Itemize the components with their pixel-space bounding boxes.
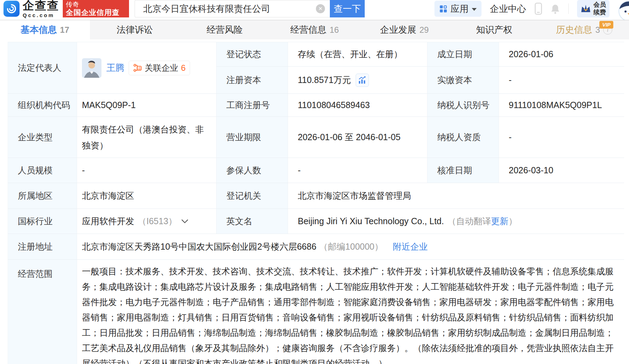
- crown-icon: [581, 4, 591, 13]
- industry-expand-chevron-icon[interactable]: [181, 219, 188, 223]
- reg-status-label: 登记状态: [217, 42, 288, 66]
- capital-trend-chart-icon[interactable]: [356, 74, 369, 87]
- notifications-bell-icon[interactable]: [551, 4, 560, 14]
- qcc-brand-text: 企查查 Qcc.com: [23, 0, 59, 18]
- tab-basic-info[interactable]: 基本信息17: [0, 20, 90, 39]
- search-button[interactable]: 查一下: [330, 0, 365, 17]
- tab-company-development[interactable]: 企业发展29: [359, 20, 449, 39]
- table-row: 法定代表人 王腾: [8, 42, 624, 94]
- insured-count-label: 参保人数: [217, 158, 288, 183]
- company-type-label: 企业类型: [8, 117, 77, 158]
- reg-authority-label: 登记机关: [217, 183, 288, 208]
- region-label: 所属地区: [8, 183, 77, 208]
- reg-capital-label: 注册资本: [217, 67, 288, 93]
- mascot-helper-icon[interactable]: [618, 0, 629, 22]
- table-row: 经营范围 一般项目：技术服务、技术开发、技术咨询、技术交流、技术转让、技术推广；…: [8, 260, 624, 364]
- table-row: 组织机构代码 MAK5Q09P-1 工商注册号 110108046589463 …: [8, 94, 624, 117]
- taxpayer-id-value: 91110108MAK5Q09P1L: [499, 94, 624, 116]
- header-right-nav: 应用 企业中心: [434, 0, 629, 17]
- qcc-logo[interactable]: 企查查 Qcc.com: [3, 0, 59, 17]
- search-bar: 北京今日宜休科技有限责任公司 ✕ 查一下: [135, 0, 365, 17]
- auto-translate-note-close: ）: [508, 215, 517, 227]
- table-row: 注册地址 北京市海淀区天秀路10号中国农大国际创业园2号楼六层6686 （邮编1…: [8, 234, 624, 260]
- table-row: 国标行业 应用软件开发 （I6513） 英文名 Beijing Jiri Yi …: [8, 209, 624, 234]
- address-cell: 北京市海淀区天秀路10号中国农大国际创业园2号楼六层6686 （邮编100000…: [77, 234, 624, 259]
- business-scope-value: 一般项目：技术服务、技术开发、技术咨询、技术交流、技术转让、技术推广；软件开发；…: [77, 260, 624, 364]
- section-tabbar: 基本信息17 法律诉讼 经营风险 经营信息16 企业发展29 知识产权 历史信息…: [0, 20, 629, 39]
- tab-operating-risk[interactable]: 经营风险: [180, 20, 270, 39]
- table-row: 企业类型 有限责任公司（港澳台投资、非独资） 营业期限 2026-01-06 至…: [8, 117, 624, 158]
- reg-authority-value: 北京市海淀区市场监督管理局: [288, 183, 624, 208]
- taxpayer-id-label: 纳税人识别号: [427, 94, 499, 116]
- brand-domain: Qcc.com: [23, 12, 59, 18]
- reg-capital-cell: 110.8571万元: [288, 67, 427, 93]
- paid-capital-value: -: [499, 67, 624, 93]
- company-type-value: 有限责任公司（港澳台投资、非独资）: [77, 117, 217, 158]
- org-code-value: MAK5Q09P-1: [77, 94, 217, 116]
- address-label: 注册地址: [8, 234, 77, 259]
- tab-legal-litigation[interactable]: 法律诉讼: [90, 20, 180, 39]
- auto-translate-note: （自动翻译: [447, 215, 491, 227]
- top-header: 企查查 Qcc.com 传奇 全国企业信用查询 北京今日宜休科技有限责任公司 ✕…: [0, 0, 629, 20]
- establish-date-label: 成立日期: [427, 42, 499, 66]
- reg-capital-value: 110.8571万元: [298, 74, 351, 86]
- business-term-value: 2026-01-06 至 2046-01-05: [288, 117, 427, 158]
- search-input[interactable]: 北京今日宜休科技有限责任公司 ✕: [135, 0, 330, 17]
- related-companies-label: 关联企业: [145, 62, 178, 74]
- vip-renew-button[interactable]: 会员 续费: [577, 0, 609, 17]
- search-input-value: 北京今日宜休科技有限责任公司: [143, 3, 316, 15]
- english-name-value: Beijing Jiri Yi Xiu Technology Co., Ltd.: [298, 216, 444, 226]
- related-companies-count: 6: [181, 63, 185, 73]
- apps-menu[interactable]: 应用: [434, 1, 482, 17]
- business-scope-label: 经营范围: [8, 260, 77, 364]
- qcc-logo-icon: [3, 1, 20, 17]
- apps-label: 应用: [450, 3, 469, 15]
- legal-rep-avatar[interactable]: [82, 58, 101, 78]
- table-row: 所属地区 北京市海淀区 登记机关 北京市海淀区市场监督管理局: [8, 183, 624, 209]
- table-subrow: 登记状态 存续（在营、开业、在册） 成立日期 2026-01-06: [217, 42, 624, 67]
- taxpayer-quality-value: -: [499, 117, 624, 158]
- translate-update-link[interactable]: 更新: [491, 215, 508, 227]
- nearby-companies-link[interactable]: 附近企业: [393, 241, 428, 252]
- paid-capital-label: 实缴资本: [427, 67, 499, 93]
- reg-status-value: 存续（在营、开业、在册）: [288, 42, 427, 66]
- english-name-label: 英文名: [217, 209, 288, 234]
- region-value: 北京市海淀区: [77, 183, 217, 208]
- reg-number-label: 工商注册号: [217, 94, 288, 116]
- industry-cell: 应用软件开发 （I6513）: [77, 209, 217, 234]
- qcc-company-page: 企查查 Qcc.com 传奇 全国企业信用查询 北京今日宜休科技有限责任公司 ✕…: [0, 0, 629, 364]
- row1-right-stack: 登记状态 存续（在营、开业、在册） 成立日期 2026-01-06 注册资本 1…: [217, 42, 624, 93]
- clear-search-icon[interactable]: ✕: [316, 4, 325, 13]
- staff-size-value: -: [77, 158, 217, 183]
- establish-date-value: 2026-01-06: [499, 42, 624, 66]
- table-subrow: 注册资本 110.8571万元: [217, 67, 624, 93]
- company-info-table: 法定代表人 王腾: [8, 42, 624, 364]
- related-companies-icon: 企: [133, 63, 142, 72]
- tab-history-info[interactable]: 历史信息3 i VIP: [539, 20, 629, 39]
- legal-rep-cell: 王腾 企 关联企业 6: [77, 42, 217, 93]
- header-divider: [568, 3, 569, 14]
- business-term-label: 营业期限: [217, 117, 288, 158]
- tab-business-info[interactable]: 经营信息16: [270, 20, 359, 39]
- enterprise-center-link[interactable]: 企业中心: [490, 3, 526, 15]
- legal-rep-name-link[interactable]: 王腾: [106, 62, 124, 74]
- insured-count-value: -: [288, 158, 427, 183]
- approval-date-label: 核准日期: [427, 158, 499, 183]
- taxpayer-quality-label: 纳税人资质: [427, 117, 499, 158]
- related-companies-badge[interactable]: 企 关联企业 6: [129, 61, 190, 75]
- staff-size-label: 人员规模: [8, 158, 77, 183]
- english-name-cell: Beijing Jiri Yi Xiu Technology Co., Ltd.…: [288, 209, 624, 234]
- address-zip-note: （邮编100000）: [319, 241, 383, 252]
- tab-intellectual-property[interactable]: 知识产权: [449, 20, 539, 39]
- promo-line1: 传奇: [66, 1, 126, 8]
- legal-rep-label: 法定代表人: [8, 42, 77, 93]
- org-code-label: 组织机构代码: [8, 94, 77, 116]
- industry-value: 应用软件开发: [82, 215, 134, 227]
- address-value: 北京市海淀区天秀路10号中国农大国际创业园2号楼六层6686: [82, 241, 316, 252]
- reg-number-value: 110108046589463: [288, 94, 427, 116]
- mobile-app-icon[interactable]: [535, 2, 542, 15]
- industry-code: （I6513）: [138, 215, 177, 227]
- approval-date-value: 2026-03-10: [499, 158, 624, 183]
- svg-text:企: 企: [138, 67, 141, 70]
- vip-badge: VIP: [599, 21, 613, 29]
